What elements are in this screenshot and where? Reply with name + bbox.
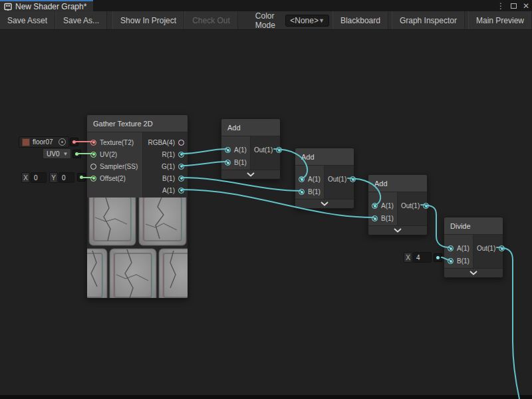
main-preview-button[interactable]: Main Preview <box>468 11 532 29</box>
graph-inspector-button[interactable]: Graph Inspector <box>392 11 465 29</box>
port-b-in[interactable] <box>225 160 231 166</box>
port-out[interactable] <box>499 245 505 251</box>
color-mode-value: <None> <box>290 16 319 25</box>
offset-connector-port[interactable] <box>77 173 86 182</box>
graph-canvas[interactable]: floor07 UV0 ▼ X 0 Y 0 X 4 Gather Texture… <box>0 30 532 399</box>
port-label: UV(2) <box>100 151 117 158</box>
divisor-x-label: X <box>404 252 412 263</box>
check-out-button: Check Out <box>184 11 238 29</box>
port-offset-in[interactable] <box>90 176 96 182</box>
chevron-down-icon: ▼ <box>63 151 68 157</box>
port-rgba-out[interactable] <box>178 140 184 146</box>
port-a-out[interactable] <box>178 188 184 194</box>
port-label: B(1) <box>457 257 469 265</box>
port-label: Sampler(SS) <box>100 163 138 170</box>
port-label: A(1) <box>162 187 175 194</box>
port-out[interactable] <box>423 203 429 209</box>
edge-g-to-add1-b[interactable] <box>182 162 227 166</box>
node-add-3[interactable]: Add A(1) B(1) Out(1) <box>368 174 428 235</box>
collapse-toggle[interactable] <box>221 170 280 179</box>
divisor-connector-port[interactable] <box>434 253 442 262</box>
port-label: B(1) <box>234 159 247 166</box>
port-label: Out(1) <box>328 176 346 183</box>
offset-y-input[interactable]: 0 <box>59 172 74 183</box>
offset-x-input[interactable]: 0 <box>31 172 47 183</box>
color-mode-label: Color Mode <box>238 11 285 29</box>
node-add-2[interactable]: Add A(1) B(1) Out(1) <box>295 148 354 209</box>
port-label: A(1) <box>234 146 247 154</box>
offset-x-label: X <box>21 172 30 183</box>
port-label: Out(1) <box>254 146 273 154</box>
node-title: Add <box>368 175 427 192</box>
port-uv-in[interactable] <box>90 152 96 158</box>
blackboard-button[interactable]: Blackboard <box>332 11 388 29</box>
port-label: B(1) <box>162 175 175 182</box>
port-a-in[interactable] <box>448 245 454 251</box>
tab-title: New Shader Graph* <box>15 2 86 11</box>
node-preview-texture <box>87 198 188 298</box>
node-gather-texture-2d[interactable]: Gather Texture 2D Texture(T2) UV(2) Samp… <box>86 114 188 299</box>
port-out[interactable] <box>276 147 282 153</box>
port-g-out[interactable] <box>178 164 184 170</box>
port-label: Texture(T2) <box>100 139 134 146</box>
show-in-project-button[interactable]: Show In Project <box>112 11 184 29</box>
port-b-in[interactable] <box>372 215 378 221</box>
save-asset-button[interactable]: Save Asset <box>0 11 55 29</box>
collapse-chevron-icon <box>247 172 255 177</box>
uv-channel-dropdown[interactable]: UV0 ▼ <box>43 148 71 159</box>
close-icon[interactable]: ✕ <box>523 1 529 11</box>
port-label: A(1) <box>308 176 321 183</box>
port-label: Out(1) <box>477 245 495 252</box>
collapse-toggle[interactable] <box>368 225 427 235</box>
node-title: Add <box>221 119 280 136</box>
divisor-x-input[interactable]: 4 <box>413 252 432 263</box>
offset-y-label: Y <box>49 172 58 183</box>
save-as-button[interactable]: Save As... <box>55 11 107 29</box>
port-label: R(1) <box>162 151 175 158</box>
port-b-out[interactable] <box>178 176 184 182</box>
edge-r-to-add1-a[interactable] <box>182 149 227 154</box>
port-a-in[interactable] <box>225 147 231 153</box>
kebab-menu-icon[interactable]: ⋮ <box>497 1 505 11</box>
port-label: Out(1) <box>401 202 420 209</box>
collapse-toggle[interactable] <box>444 268 503 277</box>
port-out[interactable] <box>350 176 356 182</box>
port-label: RGBA(4) <box>148 139 175 146</box>
edges-layer <box>0 30 532 399</box>
collapse-toggle[interactable] <box>295 199 354 208</box>
port-label: G(1) <box>162 163 175 170</box>
node-title: Add <box>295 148 354 166</box>
texture-asset-field[interactable]: floor07 <box>19 136 69 148</box>
uv-channel-value: UV0 <box>47 150 59 158</box>
collapse-chevron-icon <box>321 201 329 206</box>
port-label: A(1) <box>457 245 469 252</box>
color-mode-dropdown[interactable]: <None> ▼ <box>285 15 329 27</box>
texture-asset-name: floor07 <box>33 138 55 146</box>
chevron-down-icon: ▼ <box>319 17 325 24</box>
maximize-icon[interactable] <box>511 3 517 9</box>
port-label: B(1) <box>381 215 394 222</box>
port-label: A(1) <box>381 202 394 209</box>
port-b-in[interactable] <box>448 258 454 264</box>
node-title: Divide <box>444 217 503 235</box>
object-picker-icon[interactable] <box>59 138 66 146</box>
node-divide[interactable]: Divide A(1) B(1) Out(1) <box>444 217 503 278</box>
node-add-1[interactable]: Add A(1) B(1) Out(1) <box>221 118 281 180</box>
uv-connector-port[interactable] <box>72 150 81 158</box>
port-a-in[interactable] <box>372 203 378 209</box>
texture-connector-port[interactable] <box>70 138 78 146</box>
texture-thumbnail <box>22 138 30 146</box>
port-sampler-in[interactable] <box>90 164 96 170</box>
port-texture-in[interactable] <box>90 140 96 146</box>
tab-strip: New Shader Graph* ⋮ ✕ <box>0 0 532 11</box>
shader-graph-window: New Shader Graph* ⋮ ✕ Save Asset Save As… <box>0 0 532 399</box>
canvas-bottom-edge <box>0 395 532 399</box>
tab-new-shader-graph[interactable]: New Shader Graph* <box>0 0 93 11</box>
port-b-in[interactable] <box>299 189 305 195</box>
port-r-out[interactable] <box>178 152 184 158</box>
node-title: Gather Texture 2D <box>87 115 188 132</box>
edge-b-to-add2-b[interactable] <box>182 178 301 191</box>
toolbar: Save Asset Save As... Show In Project Ch… <box>0 11 532 30</box>
port-label: Offset(2) <box>100 175 126 182</box>
port-a-in[interactable] <box>299 176 305 182</box>
